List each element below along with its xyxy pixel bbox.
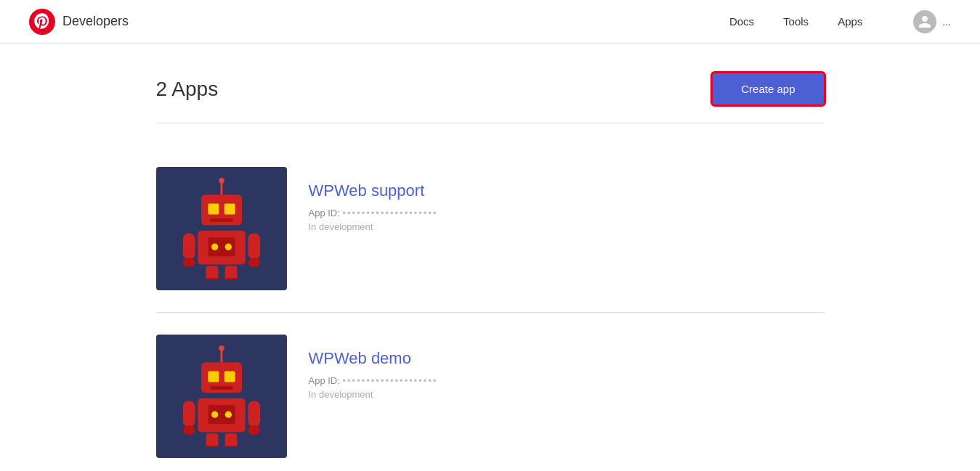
app-id-label-2: App ID: •••••••••••••••••••• [309, 375, 825, 386]
app-info-2: WPWeb demo App ID: •••••••••••••••••••• … [309, 335, 825, 400]
section-divider [156, 123, 825, 123]
svg-point-9 [211, 244, 218, 250]
avatar[interactable] [913, 10, 936, 33]
app-item[interactable]: WPWeb support App ID: ••••••••••••••••••… [156, 145, 825, 313]
page-title: 2 Apps [156, 78, 219, 101]
app-item-2[interactable]: WPWeb demo App ID: •••••••••••••••••••• … [156, 313, 825, 471]
svg-rect-30 [248, 401, 260, 427]
app-status-2: In development [309, 389, 825, 400]
app-info-1: WPWeb support App ID: ••••••••••••••••••… [309, 167, 825, 232]
nav-brand-label: Developers [62, 14, 129, 29]
svg-rect-12 [248, 234, 260, 259]
navbar: Developers Docs Tools Apps ... [0, 0, 980, 44]
svg-rect-34 [224, 433, 237, 447]
nav-link-apps[interactable]: Apps [838, 15, 862, 28]
svg-rect-11 [182, 234, 195, 259]
svg-rect-24 [210, 386, 233, 390]
user-icon [918, 15, 932, 29]
svg-rect-4 [208, 203, 219, 214]
robot-icon-1 [174, 178, 269, 279]
svg-rect-15 [206, 266, 218, 279]
app-thumbnail-1 [156, 167, 287, 290]
svg-rect-5 [224, 203, 235, 214]
svg-rect-22 [208, 371, 219, 382]
svg-rect-36 [222, 446, 238, 447]
nav-user: ... [913, 10, 951, 33]
svg-rect-33 [206, 433, 218, 447]
svg-point-20 [219, 345, 224, 351]
page-header: 2 Apps Create app [156, 73, 825, 105]
svg-point-32 [248, 425, 260, 435]
svg-point-31 [182, 425, 195, 435]
svg-point-27 [211, 411, 218, 418]
svg-rect-17 [203, 278, 219, 279]
svg-point-28 [224, 411, 231, 418]
svg-point-10 [224, 244, 231, 250]
robot-icon-2 [174, 345, 269, 447]
app-id-value-1: •••••••••••••••••••• [342, 208, 437, 218]
nav-brand[interactable]: Developers [29, 9, 129, 35]
svg-point-14 [248, 258, 260, 267]
app-status-1: In development [309, 221, 825, 232]
app-list: WPWeb support App ID: ••••••••••••••••••… [156, 145, 825, 471]
app-id-label-1: App ID: •••••••••••••••••••• [309, 208, 825, 218]
app-id-value-2: •••••••••••••••••••• [342, 375, 437, 386]
svg-rect-29 [182, 401, 195, 427]
svg-rect-23 [224, 371, 235, 382]
svg-rect-18 [222, 278, 238, 279]
main-content: 2 Apps Create app [142, 44, 839, 471]
nav-link-docs[interactable]: Docs [729, 15, 754, 28]
app-name-1[interactable]: WPWeb support [309, 181, 825, 200]
svg-rect-6 [210, 218, 233, 222]
nav-link-tools[interactable]: Tools [783, 15, 809, 28]
user-name: ... [942, 16, 951, 28]
create-app-button[interactable]: Create app [712, 73, 824, 105]
pinterest-logo-icon [29, 9, 55, 35]
app-name-2[interactable]: WPWeb demo [309, 349, 825, 368]
app-thumbnail-2 [156, 335, 287, 458]
nav-links: Docs Tools Apps ... [729, 10, 951, 33]
svg-rect-35 [203, 446, 219, 447]
svg-rect-16 [224, 266, 237, 279]
svg-point-2 [219, 178, 224, 183]
svg-point-0 [29, 9, 55, 35]
svg-point-13 [182, 258, 195, 267]
